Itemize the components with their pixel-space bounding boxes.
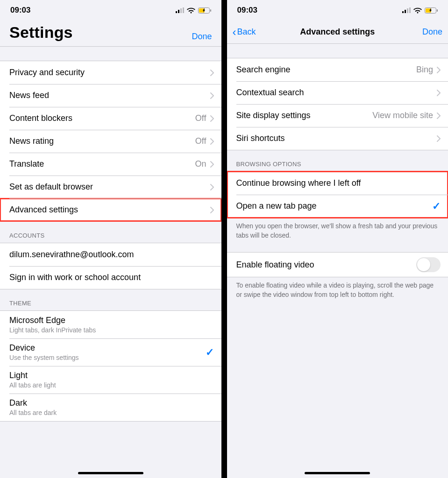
chevron-left-icon: ‹: [233, 27, 236, 38]
chevron-right-icon: [437, 135, 441, 142]
row-account-email[interactable]: dilum.senevirathne@outlook.com: [0, 243, 221, 266]
status-right: [176, 7, 211, 14]
battery-icon: [425, 7, 438, 14]
svg-rect-13: [437, 9, 438, 12]
svg-rect-8: [405, 10, 406, 13]
status-time: 09:03: [10, 6, 30, 15]
checkmark-icon: ✓: [206, 346, 214, 358]
svg-rect-10: [409, 7, 411, 13]
status-time: 09:03: [237, 6, 257, 15]
row-continue-browsing[interactable]: Continue browsing where I left off: [227, 172, 448, 195]
floating-video-group: Enable floating video: [227, 252, 448, 277]
chevron-right-icon: [437, 112, 441, 119]
floating-video-toggle[interactable]: [416, 257, 441, 272]
chevron-right-icon: [210, 138, 214, 145]
page-title: Advanced settings: [300, 27, 375, 37]
signal-icon: [176, 7, 184, 13]
row-floating-video[interactable]: Enable floating video: [227, 253, 448, 277]
row-theme-device[interactable]: Device Use the system settings ✓: [0, 338, 221, 366]
svg-rect-7: [402, 11, 404, 13]
accounts-header: ACCOUNTS: [0, 222, 221, 243]
svg-rect-2: [180, 8, 182, 13]
row-content-blockers[interactable]: Content blockers Off: [0, 107, 221, 130]
home-indicator[interactable]: [78, 472, 143, 474]
chevron-right-icon: [210, 161, 214, 168]
wifi-icon: [187, 7, 195, 14]
chevron-right-icon: [437, 90, 441, 96]
floating-footer: To enable floating video while a video i…: [227, 277, 448, 302]
nav-bar: Settings Done: [0, 21, 221, 47]
row-privacy-security[interactable]: Privacy and security: [0, 61, 221, 84]
row-open-new-tab[interactable]: Open a new tab page ✓: [227, 195, 448, 218]
row-theme-light[interactable]: Light All tabs are light: [0, 366, 221, 394]
general-group: Privacy and security News feed Content b…: [0, 61, 221, 222]
browsing-options-header: BROWSING OPTIONS: [227, 150, 448, 171]
nav-bar: ‹ Back Advanced settings Done: [227, 21, 448, 44]
svg-rect-3: [183, 7, 184, 13]
theme-group: Microsoft Edge Light tabs, dark InPrivat…: [0, 310, 221, 422]
svg-rect-0: [176, 11, 177, 13]
status-right: [402, 7, 438, 14]
status-bar: 09:03: [227, 0, 448, 21]
toggle-knob: [417, 258, 430, 271]
row-site-display[interactable]: Site display settings View mobile site: [227, 104, 448, 127]
status-bar: 09:03: [0, 0, 221, 21]
back-button[interactable]: ‹ Back: [233, 27, 256, 38]
row-siri-shortcuts[interactable]: Siri shortcuts: [227, 127, 448, 150]
chevron-right-icon: [210, 184, 214, 190]
row-sign-in-work[interactable]: Sign in with work or school account: [0, 266, 221, 289]
row-search-engine[interactable]: Search engine Bing: [227, 58, 448, 81]
svg-rect-9: [407, 8, 408, 13]
row-default-browser[interactable]: Set as default browser: [0, 176, 221, 198]
home-indicator[interactable]: [305, 472, 370, 474]
svg-rect-6: [210, 9, 211, 12]
accounts-group: dilum.senevirathne@outlook.com Sign in w…: [0, 243, 221, 289]
page-title: Settings: [9, 23, 73, 42]
done-button[interactable]: Done: [422, 27, 442, 37]
row-contextual-search[interactable]: Contextual search: [227, 81, 448, 104]
browsing-footer: When you open the browser, we'll show a …: [227, 218, 448, 243]
row-translate[interactable]: Translate On: [0, 153, 221, 176]
row-advanced-settings[interactable]: Advanced settings: [0, 198, 221, 221]
svg-rect-1: [178, 10, 179, 13]
battery-icon: [198, 7, 211, 14]
row-news-feed[interactable]: News feed: [0, 84, 221, 107]
chevron-right-icon: [210, 115, 214, 122]
row-news-rating[interactable]: News rating Off: [0, 130, 221, 153]
browsing-options-group: Continue browsing where I left off Open …: [227, 171, 448, 218]
done-button[interactable]: Done: [192, 32, 212, 42]
chevron-right-icon: [210, 92, 214, 99]
chevron-right-icon: [210, 70, 214, 76]
settings-screen: 09:03 Settings Done Privacy and security: [0, 0, 221, 478]
advanced-settings-screen: 09:03 ‹ Back Advanced settings Done: [227, 0, 448, 478]
chevron-right-icon: [437, 67, 441, 73]
chevron-right-icon: [210, 207, 214, 213]
advanced-top-group: Search engine Bing Contextual search Sit…: [227, 58, 448, 150]
wifi-icon: [413, 7, 422, 14]
row-theme-dark[interactable]: Dark All tabs are dark: [0, 394, 221, 421]
checkmark-icon: ✓: [432, 200, 441, 212]
theme-header: THEME: [0, 289, 221, 310]
row-theme-edge[interactable]: Microsoft Edge Light tabs, dark InPrivat…: [0, 311, 221, 338]
signal-icon: [402, 7, 411, 13]
